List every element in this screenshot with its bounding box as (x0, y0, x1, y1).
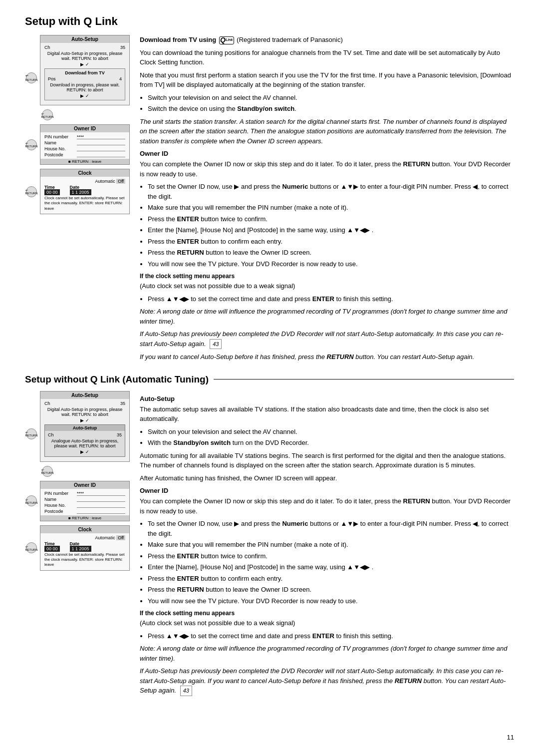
auto-p3: After Automatic tuning has finished, the… (140, 473, 514, 483)
clock-b1: Press ▲▼◀▶ to set the correct time and d… (148, 294, 514, 304)
return-button-4b[interactable]: ↩RETURN (42, 466, 53, 477)
name-label-2: Name (44, 497, 77, 502)
postcode-field: Postcode (44, 152, 125, 157)
arrows-1: ▶ ✓ (44, 62, 125, 67)
clock-auto-row-2: Automatic Off (44, 535, 125, 540)
nested-ch-row: Ch 35 (48, 432, 122, 437)
auto-setup-screen-1: Auto-Setup Ch 35 Digital Auto-Setup in p… (40, 35, 130, 105)
return-button-4[interactable]: ↩RETURN (26, 428, 37, 439)
date-val: 1 1 2005 (70, 189, 91, 195)
pos-row: Pos 4 (48, 76, 122, 81)
auto-setup-panel-2: ↩RETURN Auto-Setup Ch 35 Digital Auto-Se… (40, 391, 130, 477)
clock-b1-2: Press ▲▼◀▶ to set the correct time and d… (148, 631, 514, 641)
clock-time-row-2: Time 00 00 Date 1 1 2005 (44, 541, 125, 551)
italic-p1: The unit starts the station transfer. A … (140, 117, 514, 146)
digital-msg-2: Digital Auto-Setup in progress, please w… (44, 407, 125, 417)
return-button-1[interactable]: ↩RETURN (26, 72, 37, 83)
pin-label: PIN number (44, 134, 77, 139)
clock-panel-1: ↩RETURN Clock Automatic Off Time 00 00 D… (40, 169, 130, 214)
clock-title-2: Clock (40, 526, 129, 533)
auto-setup-title-1: Auto-Setup (40, 35, 129, 43)
ch-row-1: Ch 35 (44, 45, 125, 50)
analogue-msg: Analogue Auto-Setup in progress, please … (48, 438, 122, 448)
nested-auto-setup: Auto-Setup Ch 35 Analogue Auto-Setup in … (44, 424, 125, 457)
clock-italic1: Note: A wrong date or time will influenc… (140, 307, 514, 326)
return-button-6[interactable]: ↩RETURN (26, 542, 37, 553)
switch-bullets: Switch your television on and select the… (148, 93, 514, 114)
section2-title: Setup without Q Link (Automatic Tuning) (25, 374, 514, 385)
owner-id-b1: To set the Owner ID now, use ▶ and press… (148, 182, 514, 201)
left-panels-section2: ↩RETURN Auto-Setup Ch 35 Digital Auto-Se… (25, 391, 130, 699)
bullet2: Switch the device on using the Standby/o… (148, 104, 514, 114)
owner-id-b1-2: To set the Owner ID now, use ▶ and press… (148, 519, 514, 538)
return-button-5[interactable]: ↩RETURN (26, 495, 37, 506)
clock-p1: (Auto clock set was not possible due to … (140, 281, 514, 291)
download-tv-label: Download from TV (48, 70, 122, 75)
right-content-section1: Download from TV using QLink (Registered… (140, 35, 514, 365)
return-icon-2: ↩RETURN (25, 141, 38, 148)
clock-p1-2: (Auto clock set was not possible due to … (140, 618, 514, 628)
owner-id-p1-2: You can complete the Owner ID now or ski… (140, 496, 514, 516)
name-val-2 (77, 497, 125, 502)
owner-id-b4-2: Enter the [Name], [House No] and [Postco… (148, 562, 514, 572)
date-label-2: Date (70, 541, 80, 546)
page-number: 11 (507, 734, 514, 741)
time-val: 00 00 (44, 189, 60, 195)
pin-val: **** (77, 134, 125, 139)
clock-screen-1: Clock Automatic Off Time 00 00 Date 1 1 … (40, 169, 130, 214)
section2-line (214, 379, 514, 379)
clock-cannot-note: Clock cannot be set automatically. Pleas… (44, 196, 125, 211)
name-field: Name (44, 140, 125, 145)
auto-b1: Switch on your television and select the… (148, 427, 514, 437)
return-icon-3: ↩RETURN (25, 188, 38, 195)
postcode-field-2: Postcode (44, 509, 125, 514)
clock-bullets: Press ▲▼◀▶ to set the correct time and d… (148, 294, 514, 304)
owner-id-b6-2: Press the RETURN button to leave the Own… (148, 585, 514, 595)
owner-id-b7-2: You will now see the TV picture. Your DV… (148, 596, 514, 606)
house-label: House No. (44, 146, 77, 151)
download-msg: Download in progress, please wait. RETUR… (48, 82, 122, 92)
qlink-logo: QLink (219, 36, 234, 44)
owner-id-b3-2: Press the ENTER button twice to confirm. (148, 551, 514, 561)
ch-row-2: Ch 35 (44, 401, 125, 406)
name-label: Name (44, 140, 77, 145)
right-content-section2: Auto-Setup The automatic setup saves all… (140, 391, 514, 699)
owner-id-p1: You can complete the Owner ID now or ski… (140, 159, 514, 179)
postcode-val (77, 152, 125, 157)
return-icon-6: ↩RETURN (25, 545, 38, 551)
clock-auto-row: Automatic Off (44, 179, 125, 184)
box-num-43-2: 43 (180, 686, 192, 696)
pin-field: PIN number **** (44, 134, 125, 139)
download-heading-text: Download from TV using (140, 36, 216, 43)
bullet1: Switch your television on and select the… (148, 93, 514, 103)
clock-screen-2: Clock Automatic Off Time 00 00 Date 1 1 … (40, 525, 130, 571)
auto-p2: Automatic tuning for all available TV st… (140, 451, 514, 470)
auto-setup-panel-1: ↩RETURN Auto-Setup Ch 35 Digital Auto-Se… (40, 35, 130, 120)
owner-id-panel-1: ↩RETURN Owner ID PIN number **** Name Ho… (40, 124, 130, 165)
postcode-label-2: Postcode (44, 509, 77, 514)
return-button-3[interactable]: ↩RETURN (26, 186, 37, 197)
auto-bullets: Switch on your television and select the… (148, 427, 514, 448)
owner-id-b4: Enter the [Name], [House No] and [Postco… (148, 225, 514, 235)
owner-id-panel-2: ↩RETURN Owner ID PIN number **** Name Ho… (40, 481, 130, 521)
pin-field-2: PIN number **** (44, 491, 125, 496)
clock-italic2: If Auto-Setup has previously been comple… (140, 329, 514, 349)
clock-italic2-2: If Auto-Setup has previously been comple… (140, 666, 514, 696)
auto-setup-screen-2-outer: Auto-Setup Ch 35 Digital Auto-Setup in p… (40, 391, 130, 462)
owner-id-title-2: Owner ID (40, 481, 129, 489)
auto-setup-title-2: Auto-Setup (40, 391, 129, 399)
time-label-2: Time (44, 541, 55, 546)
auto-setup-heading: Auto-Setup (140, 395, 514, 402)
house-field: House No. (44, 146, 125, 151)
owner-id-bullets-2: To set the Owner ID now, use ▶ and press… (148, 519, 514, 606)
box-num-43: 43 (210, 339, 222, 350)
owner-id-b5-2: Press the ENTER button to confirm each e… (148, 574, 514, 584)
owner-id-title-1: Owner ID (40, 125, 129, 132)
clock-bullets-2: Press ▲▼◀▶ to set the correct time and d… (148, 631, 514, 641)
house-label-2: House No. (44, 503, 77, 508)
return-button-2[interactable]: ↩RETURN (26, 139, 37, 150)
return-button-1b[interactable]: ↩RETURN (42, 109, 53, 120)
arrows-3: ▶ ✓ (44, 418, 125, 423)
auto-b2: With the Standby/on switch turn on the D… (148, 438, 514, 448)
clock-cannot-note-2: Clock cannot be set automatically. Pleas… (44, 552, 125, 568)
